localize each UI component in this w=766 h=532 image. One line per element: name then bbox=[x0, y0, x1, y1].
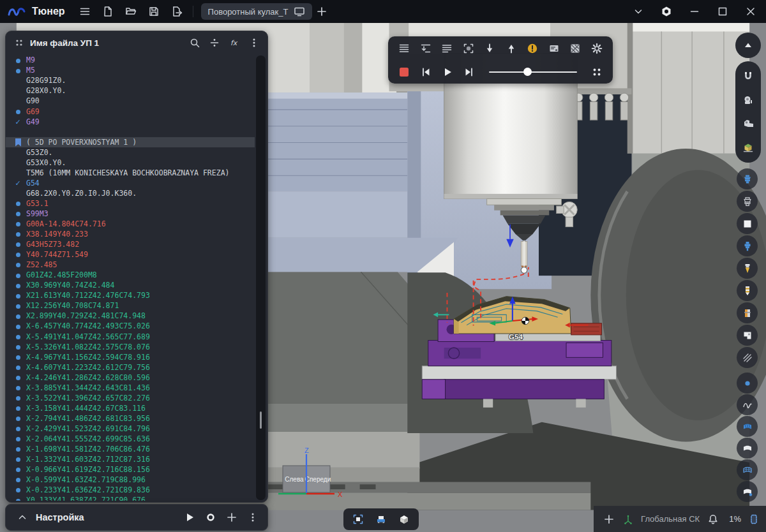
simulation-speed-slider[interactable] bbox=[489, 64, 577, 80]
gcode-line[interactable]: G90 bbox=[6, 96, 255, 107]
view-cube[interactable]: Z Слева Спереди X bbox=[273, 445, 345, 504]
maximize-button[interactable] bbox=[711, 2, 734, 21]
gcode-line[interactable]: G53X0.Y0. bbox=[6, 158, 255, 168]
gcode-line[interactable]: G00A-14.804C74.716 bbox=[6, 219, 255, 230]
settings-menu-button[interactable] bbox=[244, 509, 261, 526]
gcode-line[interactable]: X2.899Y40.729Z42.481C74.948 bbox=[6, 311, 255, 321]
slider-knob[interactable] bbox=[523, 68, 532, 76]
show-points-button[interactable] bbox=[737, 373, 758, 394]
tool-striped-button[interactable] bbox=[737, 280, 758, 301]
stop-button[interactable] bbox=[396, 64, 412, 80]
add-csys-button[interactable] bbox=[603, 510, 615, 528]
gcode-line[interactable]: Y40.744Z71.549 bbox=[6, 250, 255, 260]
gcode-line[interactable]: X21.613Y40.712Z42.476C74.793 bbox=[6, 291, 255, 301]
gcode-line[interactable]: G68.2X0.Y0.Z0.I0.J0.K360. bbox=[6, 189, 255, 199]
gcode-line[interactable]: G69 bbox=[6, 107, 255, 117]
play-button[interactable] bbox=[439, 64, 456, 80]
show-holder-button[interactable] bbox=[737, 168, 758, 189]
minimize-button[interactable] bbox=[683, 2, 706, 21]
gcode-line[interactable]: T5M6 (10MM KONICHESKAYA BOCHKOOBRAZNAYA … bbox=[6, 168, 255, 179]
gcode-line[interactable]: X-3.885Y41.344Z42.643C81.436 bbox=[6, 383, 255, 394]
active-csys-label[interactable]: Глобальная СК bbox=[641, 514, 700, 524]
gcode-line[interactable]: X-3.158Y41.444Z42.67C83.116 bbox=[6, 404, 255, 414]
focus-selection-button[interactable] bbox=[460, 40, 477, 57]
holder-half-section-button[interactable] bbox=[737, 302, 758, 323]
machine-view-button[interactable] bbox=[737, 325, 758, 346]
record-button[interactable] bbox=[202, 509, 219, 526]
shading-mode-button[interactable] bbox=[394, 510, 414, 528]
app-settings-button[interactable] bbox=[655, 2, 678, 21]
section-hatch-button[interactable] bbox=[737, 347, 758, 368]
collapse-settings-button[interactable] bbox=[13, 509, 31, 526]
gcode-line[interactable]: X-5.491Y41.047Z42.565C77.689 bbox=[6, 332, 255, 342]
gcode-line[interactable]: X-4.246Y41.286Z42.628C80.596 bbox=[6, 373, 255, 383]
export-file-button[interactable] bbox=[167, 3, 186, 20]
sim-settings-button[interactable] bbox=[589, 40, 605, 57]
goto-line-button[interactable] bbox=[417, 40, 434, 57]
toolpath-display-button[interactable] bbox=[372, 510, 391, 528]
surface-shaded-button[interactable] bbox=[737, 416, 758, 437]
gcode-line[interactable]: X-2.064Y41.555Z42.699C85.636 bbox=[6, 434, 255, 445]
gcode-line[interactable]: ✓G49 bbox=[6, 117, 255, 127]
gcode-line[interactable]: X-4.967Y41.156Z42.594C78.916 bbox=[6, 352, 255, 362]
run-button[interactable] bbox=[181, 509, 198, 526]
warnings-button[interactable] bbox=[524, 40, 541, 57]
editor-menu-button[interactable] bbox=[245, 34, 262, 51]
close-button[interactable] bbox=[739, 2, 762, 21]
line-list-button[interactable] bbox=[439, 40, 455, 57]
show-curve-button[interactable] bbox=[737, 394, 758, 415]
surface-points-button[interactable] bbox=[737, 481, 758, 502]
detach-toolbar-button[interactable] bbox=[589, 64, 605, 80]
info-panel-button[interactable] bbox=[546, 40, 562, 57]
main-menu-button[interactable] bbox=[75, 3, 94, 20]
gcode-line[interactable]: X12.256Y40.708C74.871 bbox=[6, 301, 255, 311]
gcode-line[interactable]: X-1.698Y41.581Z42.706C86.476 bbox=[6, 445, 255, 455]
gcode-line[interactable]: X0.133Y41.638Z42.721C90.676 bbox=[6, 496, 255, 501]
expand-tabs-button[interactable] bbox=[627, 2, 650, 21]
surface-mesh-button[interactable] bbox=[737, 459, 758, 480]
gcode-line[interactable]: X-1.332Y41.603Z42.712C87.316 bbox=[6, 455, 255, 465]
gcode-line[interactable]: X38.149Y40.233 bbox=[6, 230, 255, 240]
fit-view-button[interactable] bbox=[349, 510, 368, 528]
tool-cone-button[interactable] bbox=[737, 258, 758, 279]
gcode-line[interactable]: S99M3 bbox=[6, 209, 255, 219]
holder-outline-button[interactable] bbox=[737, 191, 758, 212]
skip-to-start-button[interactable] bbox=[417, 64, 434, 80]
drag-handle-icon[interactable] bbox=[13, 37, 25, 48]
gcode-line[interactable]: X-6.457Y40.774Z42.493C75.026 bbox=[6, 321, 255, 332]
gcode-line[interactable]: Z52.485 bbox=[6, 260, 255, 270]
gcode-line[interactable]: X-5.326Y41.082Z42.575C78.076 bbox=[6, 342, 255, 352]
gcode-line[interactable]: M9 bbox=[6, 55, 255, 66]
gcode-line[interactable]: X-2.429Y41.523Z42.691C84.796 bbox=[6, 424, 255, 434]
gcode-line[interactable]: G28G91Z0. bbox=[6, 76, 255, 86]
rotary-axes-button[interactable] bbox=[739, 114, 758, 133]
collision-check-button[interactable] bbox=[567, 40, 583, 57]
gcode-line[interactable]: ( 5D PO POVERXNOSTYAM 1 ) bbox=[6, 137, 255, 147]
code-scrollbar[interactable] bbox=[256, 55, 266, 500]
gcode-line[interactable]: G01Z42.485F200M8 bbox=[6, 270, 255, 281]
stock-setup-button[interactable] bbox=[739, 138, 758, 157]
step-back-button[interactable] bbox=[503, 40, 520, 57]
gcode-listing[interactable]: M9M5G28G91Z0.G28X0.Y0.G90G69✓G49( 5D PO … bbox=[6, 55, 255, 501]
tool-assembly-button[interactable] bbox=[737, 235, 758, 256]
notifications-button[interactable] bbox=[707, 510, 719, 528]
stock-solid-button[interactable] bbox=[737, 213, 758, 234]
gcode-line[interactable]: X-2.794Y41.486Z42.681C83.956 bbox=[6, 414, 255, 424]
magnet-snap-button[interactable] bbox=[739, 67, 758, 86]
open-file-button[interactable] bbox=[121, 3, 140, 20]
gcode-line[interactable]: X-4.607Y41.223Z42.612C79.756 bbox=[6, 362, 255, 373]
gcode-line[interactable]: G43H5Z73.482 bbox=[6, 240, 255, 250]
gcode-line[interactable]: X-0.599Y41.63Z42.719C88.996 bbox=[6, 475, 255, 485]
gcode-line[interactable]: M5 bbox=[6, 66, 255, 76]
step-forward-button[interactable] bbox=[481, 40, 498, 57]
gcode-line[interactable]: X-0.233Y41.636Z42.721C89.836 bbox=[6, 485, 255, 496]
document-tab[interactable]: Поворотный кулак_Т bbox=[201, 3, 313, 20]
gcode-line[interactable]: X30.969Y40.74Z42.484 bbox=[6, 281, 255, 291]
gcode-line[interactable]: X-3.522Y41.396Z42.657C82.276 bbox=[6, 394, 255, 404]
gcode-line[interactable]: G53Z0. bbox=[6, 147, 255, 158]
gcode-line[interactable]: X-0.966Y41.619Z42.716C88.156 bbox=[6, 465, 255, 475]
save-file-button[interactable] bbox=[144, 3, 163, 20]
gcode-line[interactable]: G53.1 bbox=[6, 199, 255, 209]
surface-plain-button[interactable] bbox=[737, 438, 758, 459]
gcode-line[interactable]: ✓G54 bbox=[6, 179, 255, 189]
